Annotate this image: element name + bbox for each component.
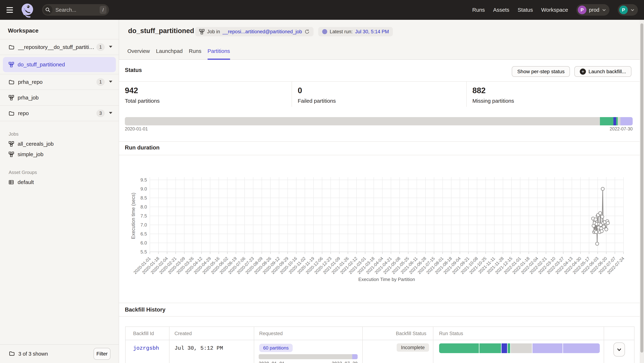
bar-segment xyxy=(616,117,618,126)
run-status-bar[interactable] xyxy=(439,344,600,353)
folder-icon xyxy=(9,110,14,116)
sidebar-item-label: do_stuff_partitioned xyxy=(18,62,65,68)
partition-stats: 942Total partitions0Failed partitions882… xyxy=(119,82,640,107)
latest-run-link[interactable]: Jul 30, 5:14 PM xyxy=(355,29,389,34)
sidebar-item-label: simple_job xyxy=(18,151,43,158)
svg-text:7.0: 7.0 xyxy=(140,222,147,228)
svg-text:7.5: 7.5 xyxy=(140,213,147,218)
refresh-icon[interactable] xyxy=(304,29,310,34)
filter-button[interactable]: Filter xyxy=(94,348,110,360)
sidebar-footer: 3 of 3 shown Filter xyxy=(0,344,119,363)
sidebar-item-label: all_cereals_job xyxy=(18,141,54,147)
topnav-workspace[interactable]: Workspace xyxy=(541,7,568,13)
tab-runs[interactable]: Runs xyxy=(189,48,202,60)
repo-count-badge: 3 xyxy=(96,110,105,117)
show-per-step-status-button[interactable]: Show per-step status xyxy=(512,66,570,77)
chevron-down-icon xyxy=(602,8,606,12)
deployment-avatar: P xyxy=(578,6,586,14)
backfill-table: Backfill Id Created Requested Backfill S… xyxy=(125,326,634,363)
search-icon xyxy=(43,5,52,14)
sidebar-item-all_cereals_job[interactable]: all_cereals_job xyxy=(0,139,119,149)
svg-text:9.0: 9.0 xyxy=(140,186,147,192)
svg-text:8.0: 8.0 xyxy=(140,204,147,210)
search-input[interactable]: Search... / xyxy=(42,4,109,16)
job-tag-link[interactable]: __reposi...artitioned@partitioned_job xyxy=(222,29,302,34)
deployment-switcher[interactable]: P prod xyxy=(576,4,610,16)
col-requested: Requested xyxy=(259,331,283,336)
sidebar-repo-repo[interactable]: repo3 xyxy=(0,106,119,121)
chevron-down-icon xyxy=(616,347,622,352)
backfill-history-heading: Backfill History xyxy=(125,306,166,313)
scrollbar-thumb[interactable] xyxy=(640,24,643,352)
chart-caption: Execution Time by Partition xyxy=(150,277,624,282)
tab-launchpad[interactable]: Launchpad xyxy=(156,48,182,60)
requested-partitions-badge[interactable]: 60 partitions xyxy=(259,344,293,352)
sidebar-item-label: prha_job xyxy=(18,94,112,101)
partition-start-date: 2020-01-01 xyxy=(125,126,148,132)
topbar: Search... / RunsAssetsStatusWorkspace P … xyxy=(0,0,644,20)
job-icon xyxy=(9,95,14,100)
stat-missing-partitions: 882Missing partitions xyxy=(466,82,640,107)
bar-segment xyxy=(563,344,600,353)
bar-segment xyxy=(614,117,616,126)
bar-segment xyxy=(508,344,510,353)
user-menu[interactable]: P xyxy=(618,4,638,16)
expand-row-button[interactable] xyxy=(614,342,625,356)
backfill-created: Jul 30, 5:12 PM xyxy=(174,345,223,351)
topnav-runs[interactable]: Runs xyxy=(472,7,485,13)
job-tag: Job in __reposi...artitioned@partitioned… xyxy=(195,27,314,36)
bar-segment xyxy=(125,117,600,126)
workspace-sidebar: Workspace __repository__do_stuff_partiti… xyxy=(0,20,119,363)
shown-count: 3 of 3 shown xyxy=(18,351,48,357)
sidebar-item-default[interactable]: default xyxy=(0,177,119,188)
backfill-id-link[interactable]: jozrgsbh xyxy=(133,345,159,351)
dagster-logo-icon[interactable] xyxy=(20,3,35,20)
sidebar-item-do_stuff_partitioned[interactable]: do_stuff_partitioned xyxy=(3,57,116,72)
partition-status-bar[interactable] xyxy=(125,117,633,126)
user-avatar: P xyxy=(619,6,628,14)
top-navigation: RunsAssetsStatusWorkspace P prod P xyxy=(472,4,638,16)
job-icon xyxy=(199,29,204,34)
caret-down-icon[interactable] xyxy=(109,112,112,115)
main-content: do_stuff_partitioned Job in __reposi...a… xyxy=(119,20,640,363)
bar-segment xyxy=(352,354,358,359)
backfill-status-badge: Incomplete xyxy=(397,344,429,352)
sidebar-item-prha_job[interactable]: prha_job xyxy=(0,90,119,106)
run-status-dot-icon xyxy=(322,29,327,34)
sidebar-repo--repository-do-stuff-partitio-[interactable]: __repository__do_stuff_partitio...1 xyxy=(0,40,119,55)
sidebar-repo-prha-repo[interactable]: prha_repo1 xyxy=(0,74,119,90)
status-heading: Status xyxy=(125,67,142,74)
caret-down-icon[interactable] xyxy=(109,80,112,84)
topnav-assets[interactable]: Assets xyxy=(493,7,509,13)
stat-label: Missing partitions xyxy=(472,98,640,104)
repo-label: __repository__do_stuff_partitio... xyxy=(18,44,96,50)
requested-bar-dates: 2020-01-01 2022-07-30 xyxy=(259,361,358,363)
caret-down-icon[interactable] xyxy=(109,46,112,49)
repo-count-badge: 1 xyxy=(96,43,105,51)
search-shortcut-key: / xyxy=(100,6,106,14)
col-created: Created xyxy=(174,331,192,336)
latest-run-label: Latest run: xyxy=(330,29,353,34)
hamburger-menu-icon[interactable] xyxy=(6,6,14,14)
tab-overview[interactable]: Overview xyxy=(127,48,150,60)
stat-value: 942 xyxy=(125,86,292,95)
partition-bar-dates: 2020-01-01 2022-07-30 xyxy=(125,126,633,132)
stat-value: 882 xyxy=(472,86,640,95)
folder-icon xyxy=(9,350,15,357)
launch-backfill-button[interactable]: + Launch backfill... xyxy=(574,66,632,77)
job-icon xyxy=(9,152,14,157)
repo-count-badge: 1 xyxy=(96,78,105,86)
svg-text:5.5: 5.5 xyxy=(140,249,147,254)
sidebar-item-simple_job[interactable]: simple_job xyxy=(0,149,119,160)
svg-text:8.5: 8.5 xyxy=(140,195,147,200)
bar-segment xyxy=(618,117,620,126)
deployment-label: prod xyxy=(589,7,600,13)
topnav-status[interactable]: Status xyxy=(518,7,533,13)
stat-value: 0 xyxy=(298,86,466,95)
sidebar-item-label: default xyxy=(18,179,34,185)
run-duration-chart: 9.59.08.58.07.57.06.56.05.52020-01-01202… xyxy=(119,155,640,294)
stat-label: Total partitions xyxy=(125,98,292,104)
tab-partitions[interactable]: Partitions xyxy=(208,48,230,60)
job-icon xyxy=(9,62,14,67)
repo-label: repo xyxy=(18,110,96,116)
